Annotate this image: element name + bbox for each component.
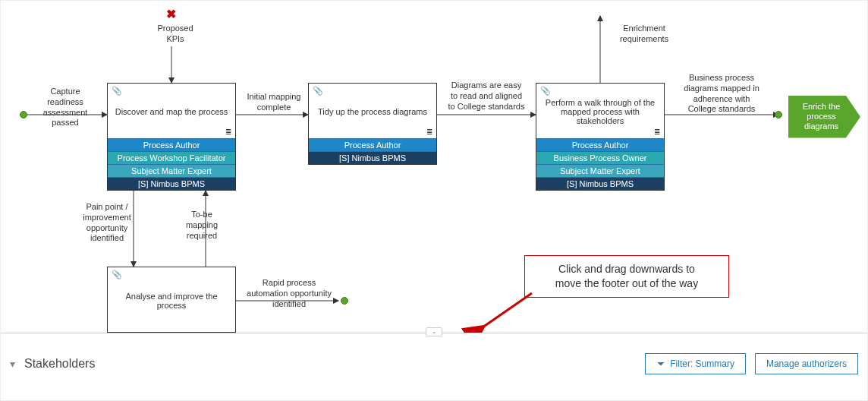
edge-label-enrichment: Enrichment requirements (610, 24, 678, 45)
role-badge: Business Process Owner (536, 151, 664, 164)
role-badge: [S] Nimbus BPMS (536, 177, 664, 190)
end-dot-rapid (341, 297, 348, 305)
role-badge: Process Author (536, 138, 664, 151)
instruction-callout: Click and drag downwards to move the foo… (524, 255, 729, 298)
node-title: Perform a walk through of the mapped pro… (541, 98, 659, 125)
edge-label-adherence: Business process diagrams mapped in adhe… (676, 73, 767, 115)
node-title: Discover and map the process (115, 107, 228, 116)
edge-label-tobe: To-be mapping required (175, 210, 228, 241)
footer-drag-handle[interactable]: ⌄ (426, 327, 442, 336)
notes-icon: ≣ (426, 128, 432, 136)
attachment-icon: 📎 (313, 86, 323, 96)
input-label: Capture readiness assessment passed (35, 87, 96, 128)
role-badge: Subject Matter Expert (536, 164, 664, 177)
notes-icon: ≣ (225, 128, 231, 136)
footer-title: Stakeholders (24, 357, 95, 371)
start-node (20, 111, 27, 118)
edge-label-pain-point: Pain point / improvement opportunity ide… (77, 202, 137, 244)
svg-line-9 (483, 293, 532, 327)
canvas: Capture readiness assessment passed ✖ Pr… (0, 0, 868, 401)
notes-icon: ≣ (654, 128, 660, 136)
close-icon: ✖ (166, 7, 176, 21)
edge-label-rapid: Rapid process automation opportunity ide… (240, 278, 338, 309)
role-badge: [S] Nimbus BPMS (309, 151, 436, 164)
manage-label: Manage authorizers (766, 358, 847, 369)
node-title: Tidy up the process diagrams (318, 107, 427, 116)
filter-button[interactable]: ⏷ Filter: Summary (645, 353, 746, 374)
role-badge: [S] Nimbus BPMS (108, 177, 235, 190)
collapse-caret-icon[interactable]: ▾ (10, 358, 15, 370)
role-badge: Process Workshop Facilitator (108, 151, 235, 164)
edge-label-easy-read: Diagrams are easy to read and aligned to… (441, 81, 532, 112)
manage-authorizers-button[interactable]: Manage authorizers (755, 353, 858, 374)
end-node-dot (775, 111, 782, 118)
filter-label: Filter: Summary (670, 358, 734, 369)
filter-icon: ⏷ (656, 358, 665, 369)
edge-label-initial-mapping: Initial mapping complete (240, 92, 308, 113)
node-tidy[interactable]: 📎 Tidy up the process diagrams ≣ Process… (308, 83, 437, 165)
kpi-input-label: Proposed KPIs (153, 24, 198, 45)
node-walkthrough[interactable]: 📎 Perform a walk through of the mapped p… (536, 83, 665, 191)
node-title: Analyse and improve the process (112, 292, 231, 310)
role-badge: Process Author (309, 138, 436, 151)
node-discover[interactable]: 📎 Discover and map the process ≣ Process… (107, 83, 236, 191)
role-badge: Subject Matter Expert (108, 164, 235, 177)
footer-panel: ⌄ ▾ Stakeholders ⏷ Filter: Summary Manag… (1, 332, 867, 400)
end-node-enrich[interactable]: Enrich the process diagrams (788, 96, 860, 138)
node-analyse[interactable]: 📎 Analyse and improve the process (107, 267, 236, 333)
attachment-icon: 📎 (112, 270, 122, 279)
process-diagram: Capture readiness assessment passed ✖ Pr… (1, 1, 867, 333)
attachment-icon: 📎 (112, 86, 122, 96)
attachment-icon: 📎 (540, 86, 551, 96)
role-badge: Process Author (108, 138, 235, 151)
